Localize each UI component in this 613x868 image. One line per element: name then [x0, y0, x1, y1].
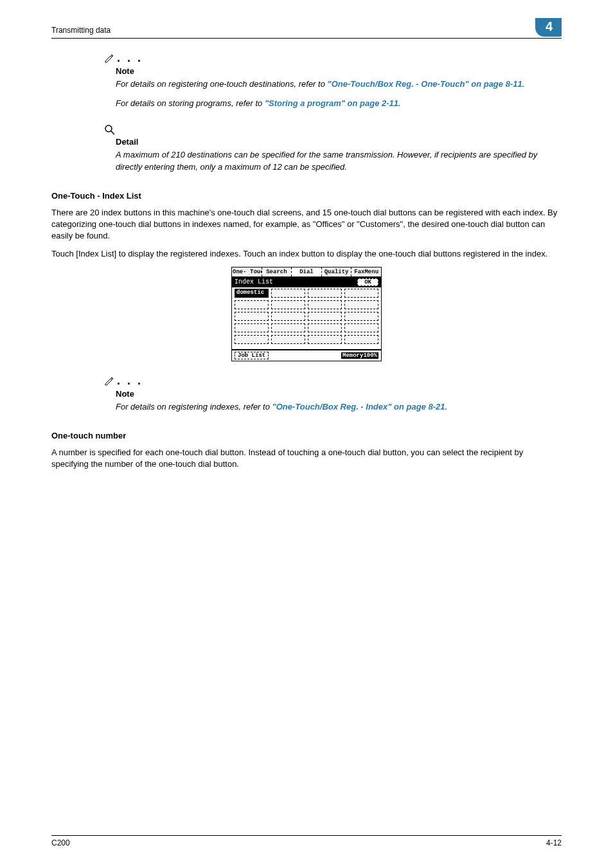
index-button-empty[interactable]: [235, 312, 269, 321]
panel-title: Index List: [235, 278, 273, 285]
link-storing-program[interactable]: "Storing a program" on page 2-11: [265, 98, 398, 108]
index-button-empty[interactable]: [308, 300, 342, 309]
panel-index-grid: domestic: [232, 287, 381, 349]
detail-callout: Detail A maximum of 210 destinations can…: [116, 122, 562, 172]
note-icon: . . .: [104, 374, 542, 388]
note1-line1-post: .: [522, 79, 525, 89]
tab-faxmenu[interactable]: FaxMenu: [351, 267, 381, 276]
footer-page-number: 4-12: [546, 838, 562, 847]
index-button-empty[interactable]: [235, 300, 269, 309]
index-button-empty[interactable]: [271, 312, 305, 321]
index-button-empty[interactable]: [271, 335, 305, 344]
para-index-2: Touch [Index List] to display the regist…: [51, 248, 562, 260]
para-onetouch-number: A number is specified for each one-touch…: [51, 447, 562, 470]
note-body-1: For details on registering one-touch des…: [116, 78, 542, 90]
heading-index-list: One-Touch - Index List: [51, 191, 562, 201]
index-button-empty[interactable]: [344, 323, 378, 332]
index-button-empty[interactable]: [344, 300, 378, 309]
svg-line-1: [111, 131, 114, 134]
tab-dial[interactable]: Dial: [292, 267, 322, 276]
note-body-2: For details on storing programs, refer t…: [116, 98, 542, 109]
detail-title: Detail: [116, 137, 542, 147]
index-button-empty[interactable]: [271, 323, 305, 332]
panel-title-row: Index List OK: [232, 277, 381, 287]
tab-search[interactable]: Search: [262, 267, 292, 276]
note-callout-1: . . . Note For details on registering on…: [116, 51, 562, 109]
magnifier-icon: [104, 122, 542, 136]
index-button-domestic[interactable]: domestic: [235, 289, 269, 298]
device-panel-indexlist: One- Touch Search Dial Quality FaxMenu I…: [231, 267, 382, 361]
index-button-empty[interactable]: [308, 323, 342, 332]
index-button-empty[interactable]: [344, 289, 378, 298]
index-button-empty[interactable]: [308, 312, 342, 321]
link-onetouch-index[interactable]: "One-Touch/Box Reg. - Index" on page 8-2…: [272, 402, 445, 411]
footer-model: C200: [51, 838, 70, 847]
detail-body: A maximum of 210 destinations can be spe…: [116, 149, 542, 172]
job-list-button[interactable]: Job List: [235, 352, 269, 359]
panel-tabs: One- Touch Search Dial Quality FaxMenu: [232, 267, 381, 277]
note2-title: Note: [116, 389, 542, 399]
tab-quality[interactable]: Quality: [322, 267, 352, 276]
para-index-1: There are 20 index buttons in this machi…: [51, 207, 562, 242]
header-section-title: Transmitting data: [51, 26, 111, 35]
index-button-empty[interactable]: [308, 335, 342, 344]
note1-line1-pre: For details on registering one-touch des…: [116, 79, 328, 89]
chapter-number-tab: 4: [535, 18, 562, 37]
memory-indicator: Memory100%: [341, 352, 378, 359]
panel-footer: Job List Memory100%: [232, 349, 381, 361]
note2-pre: For details on registering indexes, refe…: [116, 402, 272, 411]
page-footer: C200 4-12: [51, 835, 562, 847]
page-header: Transmitting data 4: [51, 26, 562, 39]
heading-onetouch-number: One-touch number: [51, 431, 562, 440]
note2-body: For details on registering indexes, refe…: [116, 401, 542, 413]
index-button-empty[interactable]: [271, 300, 305, 309]
note-icon: . . .: [104, 51, 542, 65]
note-callout-2: . . . Note For details on registering in…: [116, 374, 562, 413]
index-button-empty[interactable]: [271, 289, 305, 298]
note1-line2-pre: For details on storing programs, refer t…: [116, 98, 265, 108]
index-button-empty[interactable]: [308, 289, 342, 298]
svg-point-0: [105, 125, 112, 132]
index-button-empty[interactable]: [344, 335, 378, 344]
note-title: Note: [116, 66, 542, 76]
index-button-empty[interactable]: [344, 312, 378, 321]
note1-line2-post: .: [398, 98, 401, 108]
panel-ok-button[interactable]: OK: [357, 278, 378, 286]
index-button-empty[interactable]: [235, 335, 269, 344]
index-button-empty[interactable]: [235, 323, 269, 332]
note2-post: .: [445, 402, 448, 411]
link-onetouch-box-reg[interactable]: "One-Touch/Box Reg. - One-Touch" on page…: [328, 79, 522, 89]
tab-one-touch[interactable]: One- Touch: [232, 267, 262, 276]
